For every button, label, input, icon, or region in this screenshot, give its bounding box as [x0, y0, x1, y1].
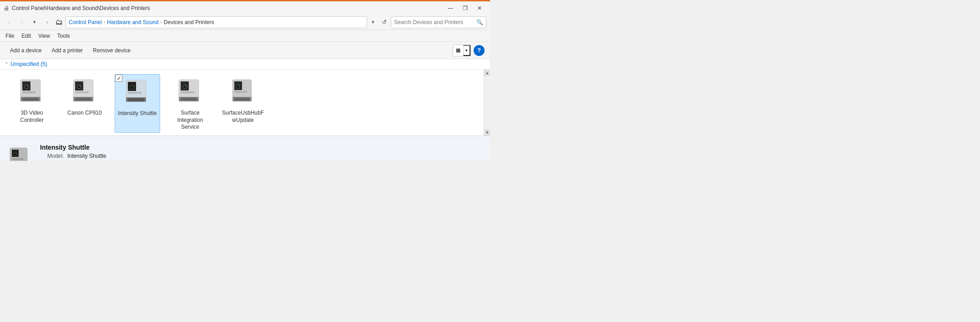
menu-edit[interactable]: Edit	[18, 32, 35, 40]
svg-rect-21	[128, 92, 141, 94]
device-label-intensity: Intensity Shuttle	[118, 110, 157, 117]
sep1: ›	[104, 20, 105, 25]
device-intensity-shuttle[interactable]: ✓ Intensity Shuttle	[115, 74, 160, 133]
svg-point-28	[185, 86, 186, 86]
view-dropdown[interactable]: ▦ ▾	[453, 45, 471, 56]
remove-device-button[interactable]: Remove device	[88, 45, 135, 55]
device-icon-surface-usb	[227, 76, 259, 108]
device-svg-intensity	[121, 76, 153, 108]
help-button[interactable]: ?	[474, 45, 485, 56]
svg-point-4	[27, 86, 28, 86]
up-button[interactable]: ↑	[42, 17, 53, 28]
model-label: Model:	[40, 153, 64, 159]
status-fields: Model: Intensity Shuttle Category: Unkno…	[40, 153, 121, 161]
device-icon-3d-video	[16, 76, 48, 108]
category-label: Category:	[40, 160, 64, 161]
refresh-button[interactable]: ↺	[379, 17, 389, 27]
svg-rect-37	[234, 91, 247, 93]
window-icon: 🖨	[4, 5, 9, 11]
device-svg-surface-int	[174, 76, 206, 108]
view-arrow-button[interactable]: ▾	[463, 45, 470, 56]
minimize-button[interactable]: —	[444, 3, 457, 13]
svg-rect-15	[75, 98, 91, 101]
status-bar: Intensity Shuttle Model: Intensity Shutt…	[0, 136, 490, 161]
device-label-3d-video: 3D VideoController	[20, 110, 44, 124]
close-button[interactable]: ✕	[473, 3, 486, 13]
title-bar-left: 🖨 Control Panel\Hardware and Sound\Devic…	[4, 5, 150, 11]
device-label-surface-int: Surface Integration Service	[169, 110, 211, 131]
add-device-button[interactable]: Add a device	[5, 45, 46, 55]
scrollbar[interactable]: ▲ ▼	[484, 70, 490, 136]
menu-file[interactable]: File	[2, 32, 18, 40]
toolbar: Add a device Add a printer Remove device…	[0, 42, 490, 59]
svg-point-44	[15, 153, 16, 154]
svg-rect-31	[181, 98, 197, 101]
status-device-name: Intensity Shuttle	[40, 144, 121, 151]
menu-tools[interactable]: Tools	[54, 32, 74, 40]
title-bar: 🖨 Control Panel\Hardware and Sound\Devic…	[0, 0, 490, 15]
back-button[interactable]: ‹	[4, 17, 15, 28]
svg-point-12	[80, 86, 81, 86]
device-svg-canon	[69, 76, 101, 108]
folder-icon: 🗂	[56, 18, 63, 26]
svg-rect-23	[128, 98, 144, 101]
device-svg-3d-video	[16, 76, 48, 108]
svg-rect-13	[75, 91, 89, 93]
device-svg-surface-usb	[227, 76, 259, 108]
window-title: Control Panel\Hardware and Sound\Devices…	[12, 5, 150, 11]
search-bar: 🔍	[391, 16, 486, 28]
sep2: ›	[160, 20, 162, 25]
forward-button[interactable]: ›	[16, 17, 27, 28]
device-label-surface-usb: SurfaceUsbHubFwUpdate	[222, 110, 264, 124]
menu-view[interactable]: View	[35, 32, 54, 40]
device-icon-surface-int	[174, 76, 206, 108]
device-label-canon: Canon CP910	[67, 110, 101, 117]
device-icon-canon	[69, 76, 101, 108]
devices-grid: 3D VideoController Canon C	[0, 70, 484, 136]
breadcrumb-current: Devices and Printers	[164, 19, 214, 25]
device-surface-usb[interactable]: SurfaceUsbHubFwUpdate	[220, 74, 266, 133]
svg-rect-29	[181, 91, 194, 93]
device-3d-video[interactable]: 3D VideoController	[9, 74, 55, 133]
chevron-icon: ˅	[5, 62, 8, 67]
dropdown2-button[interactable]: ▾	[369, 17, 377, 28]
svg-rect-45	[12, 158, 24, 160]
model-value: Intensity Shuttle	[67, 153, 121, 159]
main-content: ˅ Unspecified (5)	[0, 59, 490, 136]
svg-rect-5	[22, 91, 36, 93]
dropdown-button[interactable]: ▾	[29, 17, 40, 28]
svg-rect-7	[22, 98, 39, 101]
search-input[interactable]	[394, 19, 475, 25]
device-icon-intensity	[121, 76, 153, 108]
svg-point-20	[132, 86, 133, 87]
menu-bar: File Edit View Tools	[0, 30, 490, 42]
breadcrumb-hardware-sound[interactable]: Hardware and Sound	[107, 19, 158, 25]
section-label: Unspecified (5)	[10, 61, 47, 67]
toolbar-right: ▦ ▾ ?	[453, 45, 485, 56]
breadcrumb-control-panel[interactable]: Control Panel	[69, 19, 102, 25]
section-header: ˅ Unspecified (5)	[0, 59, 490, 70]
nav-bar: ‹ › ▾ ↑ 🗂 Control Panel › Hardware and S…	[0, 15, 490, 30]
restore-button[interactable]: ❐	[458, 3, 472, 13]
scroll-down-button[interactable]: ▼	[484, 129, 490, 136]
title-bar-controls: — ❐ ✕	[444, 3, 486, 13]
category-value: Unknown	[67, 160, 121, 161]
status-info: Intensity Shuttle Model: Intensity Shutt…	[40, 144, 121, 161]
search-icon: 🔍	[476, 19, 483, 25]
add-printer-button[interactable]: Add a printer	[47, 45, 87, 55]
svg-rect-39	[234, 98, 250, 101]
breadcrumb-bar: Control Panel › Hardware and Sound › Dev…	[66, 16, 367, 28]
device-surface-integration[interactable]: Surface Integration Service	[167, 74, 213, 133]
content-area: 3D VideoController Canon C	[0, 70, 490, 136]
scroll-up-button[interactable]: ▲	[484, 70, 490, 76]
status-icon-svg	[7, 146, 33, 161]
view-button[interactable]: ▦	[453, 47, 463, 53]
device-canon[interactable]: Canon CP910	[62, 74, 107, 133]
svg-point-36	[238, 85, 239, 86]
status-device-icon	[7, 146, 33, 161]
